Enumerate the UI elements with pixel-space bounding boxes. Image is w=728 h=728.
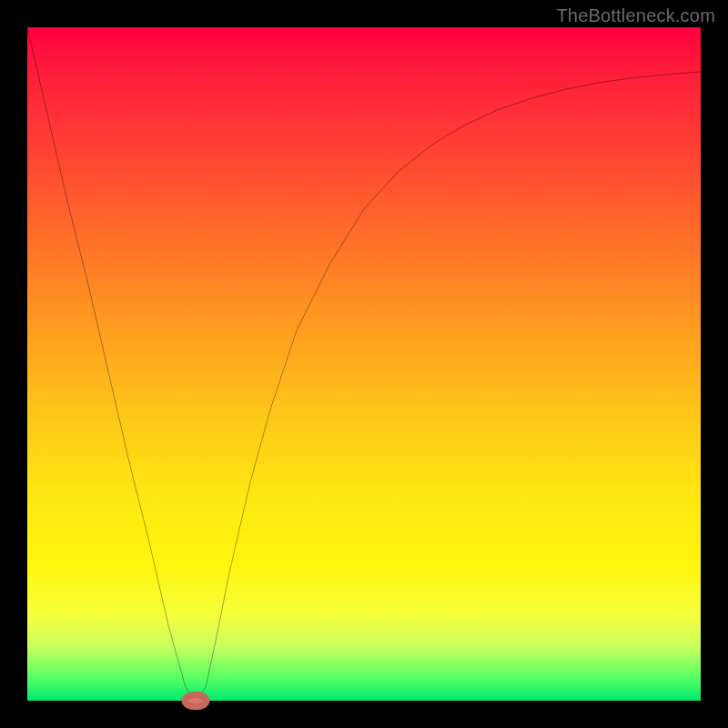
- plot-area: [27, 27, 701, 701]
- chart-frame: TheBottleneck.com: [0, 0, 728, 728]
- watermark-text: TheBottleneck.com: [556, 5, 715, 26]
- curve-layer: [27, 27, 701, 701]
- bottleneck-curve: [27, 27, 701, 701]
- dip-marker: [185, 694, 207, 706]
